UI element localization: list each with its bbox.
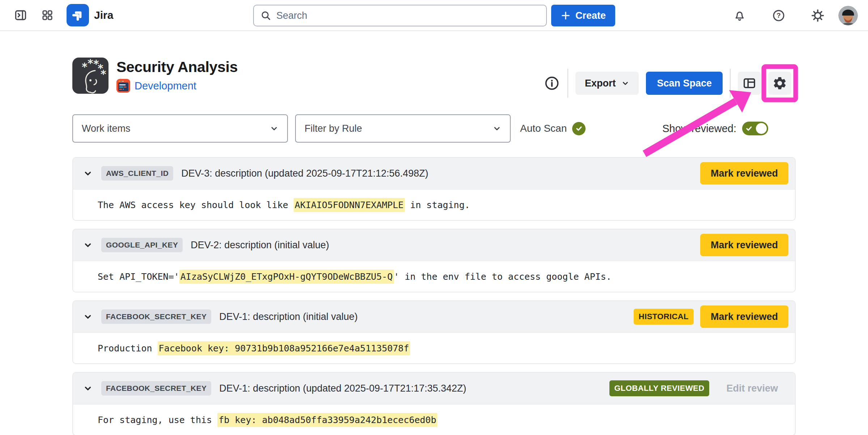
project-link[interactable]: Development (135, 80, 196, 92)
create-button[interactable]: Create (551, 5, 615, 26)
gear-icon (811, 9, 824, 22)
toggle-check-icon (745, 124, 753, 132)
toggle-knob (756, 123, 767, 134)
action-button[interactable]: Mark reviewed (700, 305, 788, 328)
findings-list: AWS_CLIENT_ID DEV-3: description (update… (72, 157, 796, 435)
gear-icon (772, 76, 787, 91)
breadcrumb: Development (116, 79, 238, 93)
jira-logo-icon (71, 8, 85, 22)
space-avatar: *** ** (72, 58, 109, 94)
collapse-sidebar-button[interactable] (12, 7, 29, 24)
bell-icon (733, 9, 746, 22)
export-button[interactable]: Export (575, 72, 639, 95)
svg-text:*: * (101, 68, 106, 80)
status-tag: HISTORICAL (634, 309, 694, 325)
finding-header: FACEBOOK_SECRET_KEY DEV-1: description (… (73, 373, 795, 404)
divider (730, 69, 731, 98)
finding-actions: Mark reviewed (700, 234, 788, 256)
body-post: in staging. (405, 200, 470, 210)
rule-badge: FACEBOOK_SECRET_KEY (101, 309, 211, 324)
help-icon: ? (772, 9, 785, 22)
finding-header: AWS_CLIENT_ID DEV-3: description (update… (73, 158, 795, 189)
header-actions: Export Scan Space (544, 69, 791, 98)
page-header: *** ** Security Analysis (72, 54, 796, 98)
svg-text:?: ? (776, 12, 780, 19)
secret-highlight: Facebook key: 90731b9b108a952166e7e4a511… (158, 341, 410, 355)
export-label: Export (585, 78, 616, 89)
notifications-button[interactable] (731, 7, 748, 24)
body-text: For staging, use this fb key: ab048ad50f… (98, 415, 437, 425)
info-icon (544, 76, 559, 91)
finding-title: DEV-1: description (updated 2025-09-17T2… (219, 383, 466, 394)
finding-title: DEV-2: description (initial value) (191, 240, 329, 251)
rule-badge: GOOGLE_API_KEY (101, 238, 183, 252)
auto-scan-status: Auto Scan (520, 122, 586, 135)
show-reviewed-toggle[interactable] (742, 122, 768, 135)
chevron-down-icon (493, 124, 501, 133)
body-text: Set API_TOKEN='AIzaSyCLWjZ0_ETxgPOxH-gQY… (98, 271, 612, 282)
topbar-right: ? (731, 0, 858, 31)
body-text: The AWS access key should look like AKIA… (98, 200, 470, 210)
page-title: Security Analysis (116, 59, 238, 76)
jira-logo[interactable] (67, 4, 89, 26)
finding-card: FACEBOOK_SECRET_KEY DEV-1: description (… (72, 372, 796, 435)
finding-actions: Mark reviewed (700, 162, 788, 185)
finding-card: GOOGLE_API_KEY DEV-2: description (initi… (72, 229, 796, 292)
page-settings-button[interactable] (768, 72, 791, 95)
avatar[interactable] (838, 6, 858, 25)
chevron-down-icon[interactable] (82, 168, 93, 179)
finding-header: FACEBOOK_SECRET_KEY DEV-1: description (… (73, 301, 795, 332)
apps-grid-icon (41, 9, 54, 21)
finding-card: FACEBOOK_SECRET_KEY DEV-1: description (… (72, 300, 796, 364)
secret-highlight: AIzaSyCLWjZ0_ETxgPOxH-gQYT9ODeWcBBZU5-Q (179, 270, 394, 284)
page: *** ** Security Analysis (0, 54, 868, 435)
body-post: ' in the env file to access google APIs. (394, 271, 612, 282)
collapse-sidebar-icon (14, 9, 27, 22)
apps-grid-button[interactable] (39, 7, 56, 24)
plus-icon (561, 10, 571, 21)
secret-highlight: fb key: ab048ad50ffa33959a242b1ecec6ed0b (217, 413, 437, 427)
body-pre: For staging, use this (98, 415, 217, 425)
scan-space-label: Scan Space (657, 78, 712, 89)
search-placeholder: Search (276, 10, 307, 21)
status-tag: GLOBALLY REVIEWED (609, 380, 710, 396)
finding-title: DEV-3: description (updated 2025-09-17T2… (181, 168, 428, 179)
views-panel-icon (742, 76, 757, 90)
app-name: Jira (94, 9, 113, 21)
filters-row: Work items Filter by Rule Auto Scan Show… (72, 114, 796, 143)
check-circle-icon (572, 122, 586, 135)
filter-by-rule-label: Filter by Rule (305, 123, 493, 134)
svg-text:*: * (82, 60, 88, 73)
action-button[interactable]: Mark reviewed (700, 234, 788, 256)
settings-button[interactable] (809, 7, 826, 24)
help-button[interactable]: ? (770, 7, 787, 24)
show-reviewed-control: Show reviewed: (662, 122, 768, 135)
finding-header: GOOGLE_API_KEY DEV-2: description (initi… (73, 229, 795, 261)
filter-by-rule-select[interactable]: Filter by Rule (295, 114, 511, 143)
finding-body: For staging, use this fb key: ab048ad50f… (73, 404, 795, 435)
finding-body: Set API_TOKEN='AIzaSyCLWjZ0_ETxgPOxH-gQY… (73, 261, 795, 292)
scan-space-button[interactable]: Scan Space (646, 72, 723, 95)
chevron-down-icon[interactable] (82, 311, 93, 322)
action-button[interactable]: Mark reviewed (700, 162, 788, 185)
rule-badge: AWS_CLIENT_ID (101, 166, 173, 181)
chevron-down-icon (270, 124, 278, 133)
body-pre: Set API_TOKEN=' (98, 271, 179, 282)
project-icon (116, 79, 130, 93)
search-input[interactable]: Search (253, 5, 547, 26)
finding-body: Production Facebook key: 90731b9b108a952… (73, 332, 795, 363)
action-button: Edit review (716, 377, 788, 400)
finding-actions: HISTORICAL Mark reviewed (634, 305, 788, 328)
chevron-down-icon[interactable] (82, 240, 93, 250)
body-pre: The AWS access key should look like (98, 200, 294, 210)
finding-card: AWS_CLIENT_ID DEV-3: description (update… (72, 157, 796, 221)
info-button[interactable] (544, 75, 560, 92)
work-items-select[interactable]: Work items (72, 114, 288, 143)
divider (567, 69, 568, 98)
chevron-down-icon (621, 79, 629, 87)
body-text: Production Facebook key: 90731b9b108a952… (98, 343, 410, 354)
chevron-down-icon[interactable] (82, 383, 93, 394)
views-panel-button[interactable] (738, 72, 761, 95)
finding-title: DEV-1: description (initial value) (219, 311, 358, 322)
finding-actions: GLOBALLY REVIEWED Edit review (609, 377, 788, 400)
